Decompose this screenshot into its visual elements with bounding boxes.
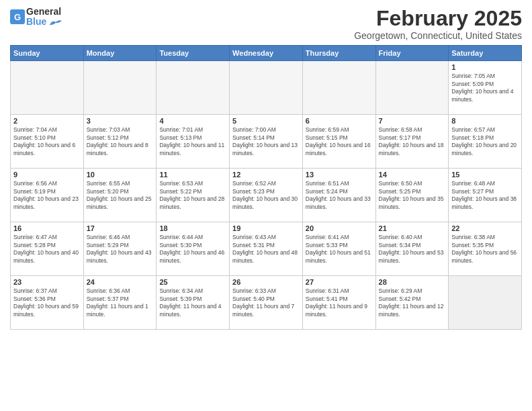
table-row: 9Sunrise: 6:56 AM Sunset: 5:19 PM Daylig…	[11, 169, 84, 222]
calendar-week-row: 16Sunrise: 6:47 AM Sunset: 5:28 PM Dayli…	[11, 222, 522, 276]
day-number: 20	[306, 224, 373, 232]
day-info: Sunrise: 6:43 AM Sunset: 5:31 PM Dayligh…	[232, 234, 300, 265]
header-saturday: Saturday	[449, 46, 522, 61]
title-block: February 2025 Georgetown, Connecticut, U…	[354, 7, 522, 41]
day-info: Sunrise: 6:50 AM Sunset: 5:25 PM Dayligh…	[379, 180, 446, 211]
table-row: 13Sunrise: 6:51 AM Sunset: 5:24 PM Dayli…	[302, 169, 375, 222]
day-number: 21	[379, 224, 446, 232]
day-number: 6	[306, 117, 373, 125]
day-number: 24	[87, 278, 154, 286]
calendar-week-row: 23Sunrise: 6:37 AM Sunset: 5:36 PM Dayli…	[11, 276, 522, 330]
table-row: 7Sunrise: 6:58 AM Sunset: 5:17 PM Daylig…	[375, 115, 449, 169]
table-row	[375, 61, 449, 115]
location-title: Georgetown, Connecticut, United States	[354, 30, 522, 41]
table-row: 4Sunrise: 7:01 AM Sunset: 5:13 PM Daylig…	[157, 115, 230, 169]
day-number: 28	[379, 278, 446, 286]
day-number: 14	[379, 171, 446, 179]
day-info: Sunrise: 6:38 AM Sunset: 5:35 PM Dayligh…	[451, 234, 519, 265]
table-row	[449, 276, 522, 330]
day-info: Sunrise: 6:31 AM Sunset: 5:41 PM Dayligh…	[306, 287, 373, 318]
table-row: 3Sunrise: 7:03 AM Sunset: 5:12 PM Daylig…	[83, 115, 157, 169]
table-row: 12Sunrise: 6:52 AM Sunset: 5:23 PM Dayli…	[230, 169, 303, 222]
day-info: Sunrise: 6:41 AM Sunset: 5:33 PM Dayligh…	[306, 234, 373, 265]
svg-text:G: G	[14, 12, 21, 22]
header-friday: Friday	[375, 46, 449, 61]
table-row: 5Sunrise: 7:00 AM Sunset: 5:14 PM Daylig…	[230, 115, 303, 169]
day-number: 12	[232, 171, 300, 179]
day-info: Sunrise: 6:59 AM Sunset: 5:15 PM Dayligh…	[306, 126, 373, 157]
day-number: 7	[379, 117, 446, 125]
logo-icon: G	[10, 9, 25, 24]
day-number: 2	[13, 117, 81, 125]
table-row	[230, 61, 303, 115]
day-info: Sunrise: 7:03 AM Sunset: 5:12 PM Dayligh…	[87, 126, 154, 157]
day-info: Sunrise: 6:36 AM Sunset: 5:37 PM Dayligh…	[87, 287, 154, 318]
table-row: 28Sunrise: 6:29 AM Sunset: 5:42 PM Dayli…	[375, 276, 449, 330]
day-number: 4	[159, 117, 226, 125]
day-number: 1	[451, 63, 519, 71]
day-info: Sunrise: 7:04 AM Sunset: 5:10 PM Dayligh…	[13, 126, 81, 157]
table-row: 11Sunrise: 6:53 AM Sunset: 5:22 PM Dayli…	[157, 169, 230, 222]
calendar-week-row: 2Sunrise: 7:04 AM Sunset: 5:10 PM Daylig…	[11, 115, 522, 169]
header-tuesday: Tuesday	[157, 46, 230, 61]
header: G General Blue February 2025 George	[10, 7, 522, 41]
logo-blue: Blue	[26, 16, 46, 27]
day-info: Sunrise: 6:29 AM Sunset: 5:42 PM Dayligh…	[379, 287, 446, 318]
day-info: Sunrise: 6:56 AM Sunset: 5:19 PM Dayligh…	[13, 180, 81, 211]
table-row	[157, 61, 230, 115]
table-row: 27Sunrise: 6:31 AM Sunset: 5:41 PM Dayli…	[302, 276, 375, 330]
day-info: Sunrise: 6:33 AM Sunset: 5:40 PM Dayligh…	[232, 287, 300, 318]
day-number: 16	[13, 224, 81, 232]
day-info: Sunrise: 7:05 AM Sunset: 5:09 PM Dayligh…	[451, 73, 519, 103]
table-row: 6Sunrise: 6:59 AM Sunset: 5:15 PM Daylig…	[302, 115, 375, 169]
calendar-header-row: Sunday Monday Tuesday Wednesday Thursday…	[11, 46, 522, 61]
day-number: 13	[306, 171, 373, 179]
table-row: 24Sunrise: 6:36 AM Sunset: 5:37 PM Dayli…	[83, 276, 157, 330]
day-number: 11	[159, 171, 226, 179]
table-row	[302, 61, 375, 115]
table-row	[11, 61, 84, 115]
bird-icon	[50, 19, 62, 26]
table-row: 26Sunrise: 6:33 AM Sunset: 5:40 PM Dayli…	[230, 276, 303, 330]
day-info: Sunrise: 6:48 AM Sunset: 5:27 PM Dayligh…	[451, 180, 519, 211]
day-number: 15	[451, 171, 519, 179]
day-info: Sunrise: 7:01 AM Sunset: 5:13 PM Dayligh…	[159, 126, 226, 157]
day-info: Sunrise: 6:34 AM Sunset: 5:39 PM Dayligh…	[159, 287, 226, 318]
logo-general: General	[26, 6, 61, 17]
day-info: Sunrise: 6:47 AM Sunset: 5:28 PM Dayligh…	[13, 234, 81, 265]
header-wednesday: Wednesday	[230, 46, 303, 61]
day-number: 9	[13, 171, 81, 179]
day-info: Sunrise: 6:52 AM Sunset: 5:23 PM Dayligh…	[232, 180, 300, 211]
day-number: 17	[87, 224, 154, 232]
day-info: Sunrise: 6:58 AM Sunset: 5:17 PM Dayligh…	[379, 126, 446, 157]
day-info: Sunrise: 6:46 AM Sunset: 5:29 PM Dayligh…	[87, 234, 154, 265]
day-number: 23	[13, 278, 81, 286]
day-info: Sunrise: 6:44 AM Sunset: 5:30 PM Dayligh…	[159, 234, 226, 265]
header-thursday: Thursday	[302, 46, 375, 61]
table-row: 25Sunrise: 6:34 AM Sunset: 5:39 PM Dayli…	[157, 276, 230, 330]
day-info: Sunrise: 6:37 AM Sunset: 5:36 PM Dayligh…	[13, 287, 81, 318]
table-row: 18Sunrise: 6:44 AM Sunset: 5:30 PM Dayli…	[157, 222, 230, 276]
table-row: 19Sunrise: 6:43 AM Sunset: 5:31 PM Dayli…	[230, 222, 303, 276]
table-row: 15Sunrise: 6:48 AM Sunset: 5:27 PM Dayli…	[449, 169, 522, 222]
day-info: Sunrise: 6:55 AM Sunset: 5:20 PM Dayligh…	[87, 180, 154, 211]
table-row: 8Sunrise: 6:57 AM Sunset: 5:18 PM Daylig…	[449, 115, 522, 169]
day-number: 10	[87, 171, 154, 179]
calendar-table: Sunday Monday Tuesday Wednesday Thursday…	[10, 45, 522, 330]
day-number: 5	[232, 117, 300, 125]
table-row	[83, 61, 157, 115]
day-number: 8	[451, 117, 519, 125]
day-info: Sunrise: 6:40 AM Sunset: 5:34 PM Dayligh…	[379, 234, 446, 265]
table-row: 14Sunrise: 6:50 AM Sunset: 5:25 PM Dayli…	[375, 169, 449, 222]
day-number: 27	[306, 278, 373, 286]
calendar-week-row: 1Sunrise: 7:05 AM Sunset: 5:09 PM Daylig…	[11, 61, 522, 115]
day-number: 26	[232, 278, 300, 286]
table-row: 22Sunrise: 6:38 AM Sunset: 5:35 PM Dayli…	[449, 222, 522, 276]
day-number: 3	[87, 117, 154, 125]
day-number: 19	[232, 224, 300, 232]
day-number: 18	[159, 224, 226, 232]
table-row: 17Sunrise: 6:46 AM Sunset: 5:29 PM Dayli…	[83, 222, 157, 276]
day-info: Sunrise: 7:00 AM Sunset: 5:14 PM Dayligh…	[232, 126, 300, 157]
table-row: 23Sunrise: 6:37 AM Sunset: 5:36 PM Dayli…	[11, 276, 84, 330]
day-number: 25	[159, 278, 226, 286]
